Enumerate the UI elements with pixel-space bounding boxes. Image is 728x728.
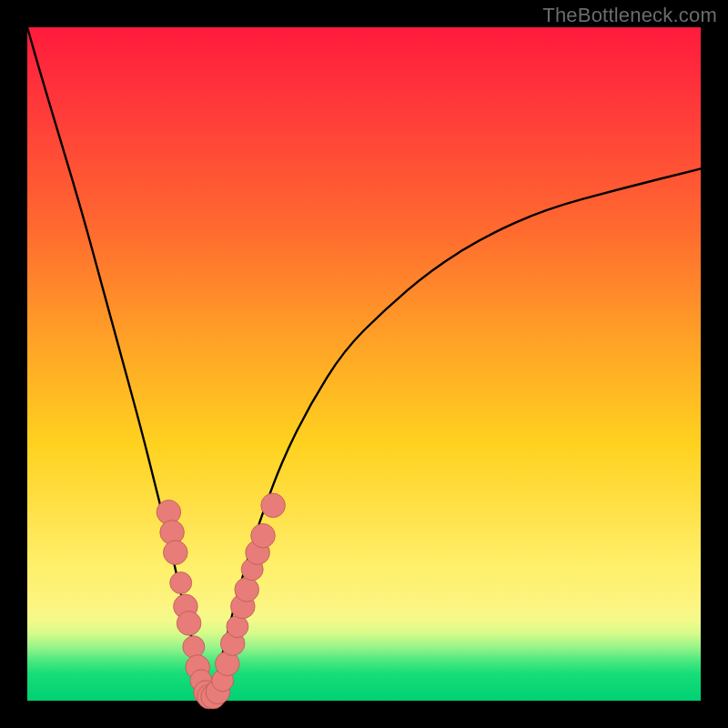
plot-area xyxy=(27,27,701,701)
curve-marker xyxy=(164,541,188,565)
bottleneck-curve xyxy=(27,27,701,695)
curve-marker xyxy=(177,612,201,636)
curve-marker xyxy=(183,636,205,658)
curve-marker xyxy=(235,578,259,602)
chart-frame: TheBottleneck.com xyxy=(0,0,728,728)
curve-markers xyxy=(157,493,285,709)
curve-marker xyxy=(227,616,248,638)
curve-marker xyxy=(261,493,286,518)
curve-svg xyxy=(27,27,701,701)
watermark-text: TheBottleneck.com xyxy=(542,4,717,27)
curve-marker xyxy=(251,523,276,548)
curve-marker xyxy=(170,572,192,594)
